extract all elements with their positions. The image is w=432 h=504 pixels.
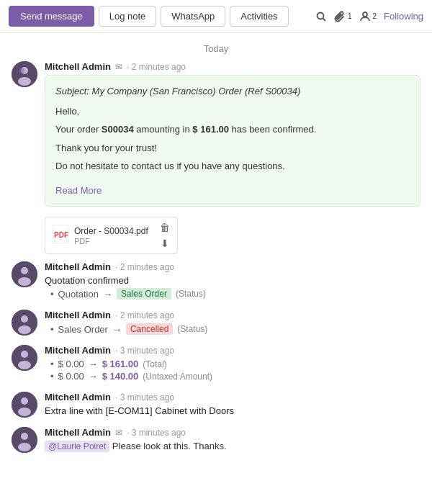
svg-point-0 bbox=[317, 12, 323, 19]
change-from: Quotation bbox=[58, 289, 99, 300]
svg-point-14 bbox=[18, 325, 31, 334]
send-message-button[interactable]: Send message bbox=[9, 6, 94, 27]
email-message: Mitchell Admin ✉ · 2 minutes ago Subject… bbox=[12, 61, 420, 207]
email-body-line2: Thank you for your trust! bbox=[55, 141, 410, 156]
svg-point-5 bbox=[18, 77, 31, 86]
time-ago: · 2 minutes ago bbox=[115, 310, 174, 320]
log-title: Quotation confirmed bbox=[45, 275, 420, 286]
svg-point-10 bbox=[21, 267, 28, 274]
log-change: $ 0.00 → $ 161.00 (Total) bbox=[50, 359, 420, 369]
log-change: $ 0.00 → $ 140.00 (Untaxed Amount) bbox=[50, 371, 420, 382]
change-from: $ 0.00 bbox=[58, 371, 84, 382]
message-header: Mitchell Admin ✉ · 2 minutes ago bbox=[45, 61, 420, 72]
attachments-button[interactable]: 1 bbox=[334, 11, 352, 22]
svg-point-17 bbox=[18, 361, 31, 369]
attachment-name: Order - S00034.pdf bbox=[74, 226, 148, 236]
mention-tag: @Laurie Poiret bbox=[45, 441, 109, 452]
change-to: $ 161.00 bbox=[102, 359, 139, 369]
pdf-icon: PDF bbox=[53, 225, 68, 247]
date-separator: Today bbox=[12, 33, 420, 61]
toolbar-icons: 1 2 Following bbox=[315, 11, 423, 22]
search-icon bbox=[315, 11, 327, 22]
svg-text:PDF: PDF bbox=[54, 231, 68, 239]
activities-button[interactable]: Activities bbox=[230, 6, 288, 27]
author-name: Mitchell Admin bbox=[45, 392, 111, 402]
mention-line: @Laurie Poiret Please look at this. Than… bbox=[45, 441, 420, 451]
svg-point-23 bbox=[18, 443, 31, 451]
time-ago: · 2 minutes ago bbox=[115, 262, 174, 272]
log-header: Mitchell Admin ✉ · 3 minutes ago bbox=[45, 427, 420, 438]
log-change: Sales Order → Cancelled (Status) bbox=[50, 323, 420, 335]
log-body: Mitchell Admin · 2 minutes ago Sales Ord… bbox=[45, 310, 420, 336]
arrow-icon: → bbox=[103, 289, 112, 300]
paperclip-icon bbox=[334, 11, 346, 22]
attachment-row: PDF Order - S00034.pdf PDF 🗑 ⬇ bbox=[45, 217, 420, 254]
time-ago: · 3 minutes ago bbox=[115, 392, 174, 402]
chatter: Today Mitchell Admin ✉ · 2 minutes ago S… bbox=[0, 33, 432, 473]
author-name: Mitchell Admin bbox=[45, 61, 111, 72]
svg-point-2 bbox=[363, 12, 367, 17]
time-ago: · 3 minutes ago bbox=[127, 428, 186, 438]
email-body: Subject: My Company (San Francisco) Orde… bbox=[45, 75, 420, 207]
attachment-actions: 🗑 ⬇ bbox=[160, 222, 170, 249]
email-icon: ✉ bbox=[115, 62, 122, 72]
read-more-link[interactable]: Read More bbox=[55, 184, 102, 198]
message-body: Mitchell Admin ✉ · 2 minutes ago Subject… bbox=[45, 61, 420, 207]
search-button[interactable] bbox=[315, 11, 327, 22]
avatar bbox=[12, 61, 37, 87]
avatar bbox=[12, 427, 37, 453]
email-greeting: Hello, bbox=[55, 104, 410, 119]
arrow-icon: → bbox=[112, 324, 122, 335]
log-entry: Mitchell Admin · 2 minutes ago Sales Ord… bbox=[12, 310, 420, 336]
time-ago: · 2 minutes ago bbox=[127, 62, 186, 72]
change-to: Sales Order bbox=[117, 288, 171, 300]
email-body-line3: Do not hesitate to contact us if you hav… bbox=[55, 159, 410, 174]
log-header: Mitchell Admin · 3 minutes ago bbox=[45, 345, 420, 356]
log-entry: Mitchell Admin · 3 minutes ago $ 0.00 → … bbox=[12, 345, 420, 383]
change-field: (Total) bbox=[143, 359, 166, 369]
svg-rect-6 bbox=[19, 68, 24, 73]
change-from: $ 0.00 bbox=[58, 359, 84, 369]
avatar bbox=[12, 310, 37, 336]
arrow-icon: → bbox=[89, 371, 98, 382]
svg-point-13 bbox=[21, 315, 28, 323]
followers-badge: 2 bbox=[373, 12, 377, 20]
log-header: Mitchell Admin · 2 minutes ago bbox=[45, 310, 420, 320]
log-body: Mitchell Admin · 3 minutes ago Extra lin… bbox=[45, 392, 420, 418]
author-name: Mitchell Admin bbox=[45, 310, 111, 320]
body-end: has been confirmed. bbox=[229, 124, 316, 135]
whatsapp-button[interactable]: WhatsApp bbox=[161, 6, 225, 27]
followers-button[interactable]: 2 bbox=[359, 11, 377, 22]
log-note-button[interactable]: Log note bbox=[99, 6, 157, 27]
change-field: (Status) bbox=[176, 289, 206, 299]
log-entry: Mitchell Admin · 2 minutes ago Quotation… bbox=[12, 261, 420, 301]
attachment-info: Order - S00034.pdf PDF bbox=[74, 226, 148, 246]
order-amount: $ 161.00 bbox=[192, 124, 229, 135]
following-button[interactable]: Following bbox=[384, 11, 423, 22]
change-from: Sales Order bbox=[58, 324, 108, 335]
svg-point-16 bbox=[21, 351, 28, 358]
avatar bbox=[12, 261, 37, 287]
author-name: Mitchell Admin bbox=[45, 345, 111, 356]
avatar bbox=[12, 392, 37, 418]
email-subject: Subject: My Company (San Francisco) Orde… bbox=[55, 84, 410, 99]
email-icon: ✉ bbox=[115, 428, 122, 438]
attachment-delete-button[interactable]: 🗑 bbox=[160, 222, 170, 233]
log-title: Extra line with [E-COM11] Cabinet with D… bbox=[45, 405, 420, 416]
change-to: $ 140.00 bbox=[102, 371, 139, 382]
log-body: Mitchell Admin ✉ · 3 minutes ago @Laurie… bbox=[45, 427, 420, 453]
body-pre: Your order bbox=[55, 124, 102, 135]
attachment-type: PDF bbox=[74, 237, 148, 246]
mention-text: Please look at this. Thanks. bbox=[112, 441, 227, 451]
change-field: (Status) bbox=[177, 324, 207, 334]
svg-point-22 bbox=[21, 433, 28, 440]
change-field: (Untaxed Amount) bbox=[143, 372, 212, 382]
svg-point-19 bbox=[21, 397, 28, 405]
log-change: Quotation → Sales Order (Status) bbox=[50, 288, 420, 300]
attachment-download-button[interactable]: ⬇ bbox=[160, 238, 170, 249]
body-mid: amounting in bbox=[134, 124, 193, 135]
log-entry: Mitchell Admin · 3 minutes ago Extra lin… bbox=[12, 392, 420, 418]
author-name: Mitchell Admin bbox=[45, 261, 111, 272]
toolbar: Send message Log note WhatsApp Activitie… bbox=[0, 0, 432, 33]
attachments-badge: 1 bbox=[348, 12, 352, 20]
